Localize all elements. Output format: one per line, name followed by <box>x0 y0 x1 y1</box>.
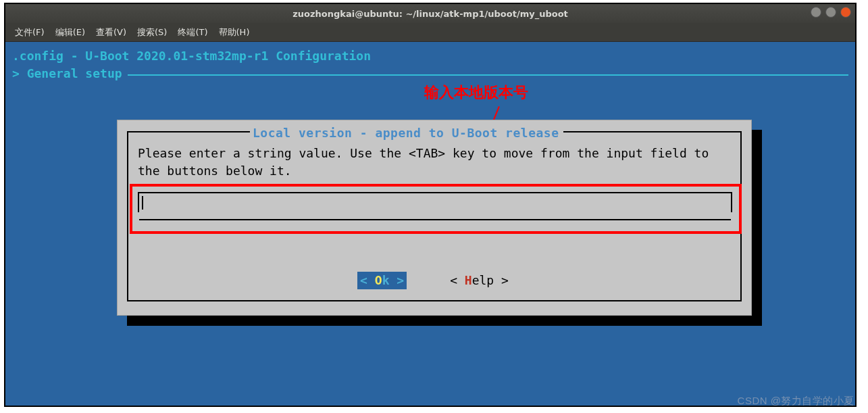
maximize-icon[interactable] <box>825 7 836 18</box>
dialog-border <box>127 131 250 132</box>
dialog-button-row: < Ok > < Help > <box>118 272 751 289</box>
input-underline <box>139 219 731 220</box>
watermark: CSDN @努力自学的小夏 <box>738 395 854 408</box>
menu-view[interactable]: 查看(V) <box>92 26 130 39</box>
horizontal-rule <box>128 74 848 76</box>
config-breadcrumb-row: > General setup <box>12 65 848 82</box>
annotation-label: 输入本地版本号 <box>424 84 528 101</box>
dialog-border <box>563 131 742 132</box>
dialog-border <box>127 300 742 301</box>
menu-help[interactable]: 帮助(H) <box>215 26 254 39</box>
menu-file[interactable]: 文件(F) <box>11 26 49 39</box>
dialog-prompt: Please enter a string value. Use the <TA… <box>138 145 732 180</box>
terminal-area: .config - U-Boot 2020.01-stm32mp-r1 Conf… <box>5 42 855 406</box>
terminal-window: zuozhongkai@ubuntu: ~/linux/atk-mp1/uboo… <box>4 3 857 407</box>
config-breadcrumb: > General setup <box>12 65 122 82</box>
help-button[interactable]: < Help > <box>447 272 511 289</box>
menu-terminal[interactable]: 终端(T) <box>174 26 211 39</box>
menu-search[interactable]: 搜索(S) <box>133 26 171 39</box>
menu-bar: 文件(F) 编辑(E) 查看(V) 搜索(S) 终端(T) 帮助(H) <box>5 23 855 42</box>
minimize-icon[interactable] <box>811 7 821 18</box>
close-icon[interactable] <box>840 7 851 18</box>
local-version-input[interactable] <box>138 192 732 212</box>
ok-button[interactable]: < Ok > <box>357 272 407 289</box>
window-title: zuozhongkai@ubuntu: ~/linux/atk-mp1/uboo… <box>292 9 568 19</box>
window-titlebar: zuozhongkai@ubuntu: ~/linux/atk-mp1/uboo… <box>5 4 855 23</box>
config-header: .config - U-Boot 2020.01-stm32mp-r1 Conf… <box>12 47 848 65</box>
window-controls <box>811 7 851 18</box>
menu-edit[interactable]: 编辑(E) <box>51 26 89 39</box>
input-dialog: Local version - append to U-Boot release… <box>117 120 752 316</box>
text-cursor <box>142 196 143 210</box>
dialog-title: Local version - append to U-Boot release <box>253 124 559 142</box>
